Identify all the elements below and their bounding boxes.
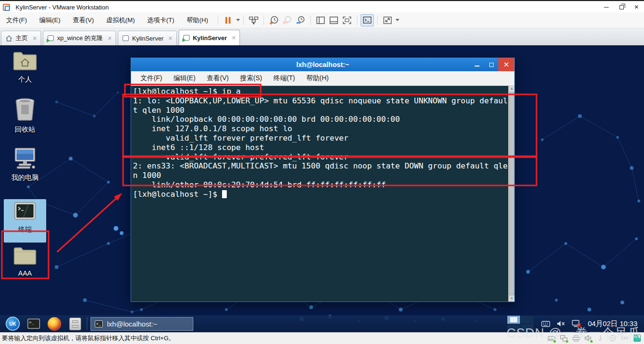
tab-kylinserver-2-active[interactable]: KylinServer ✕ xyxy=(179,30,240,45)
input-method-icon[interactable] xyxy=(541,321,550,327)
vmware-menubar: 文件(F) 编辑(E) 查看(V) 虚拟机(M) 选项卡(T) 帮助(H) xyxy=(0,12,644,28)
workspace-1-active[interactable] xyxy=(507,316,520,324)
terminal-scrollbar[interactable]: ▲ ▼ xyxy=(508,86,514,302)
menu-tabs[interactable]: 选项卡(T) xyxy=(141,12,181,28)
show-thumbnail-bar-button[interactable] xyxy=(327,14,340,26)
desktop-icon-personal[interactable]: 个人 xyxy=(0,51,50,84)
signal-device-icon[interactable] xyxy=(621,334,629,342)
stretch-dropdown-icon[interactable] xyxy=(396,19,399,21)
take-snapshot-button[interactable] xyxy=(267,14,281,26)
terminal-title: lxh@localhost:~ xyxy=(131,61,514,68)
terminal-line: inet6 ::1/128 scope host xyxy=(133,143,508,152)
terminal-minimize-button[interactable] xyxy=(470,58,484,71)
toolbar-separator xyxy=(310,16,311,25)
trash-icon xyxy=(14,98,36,121)
terminal-maximize-button[interactable] xyxy=(484,58,498,71)
taskbar-task-terminal[interactable]: >_ lxh@localhost:~ xyxy=(91,317,193,331)
network-adapter-device-icon[interactable] xyxy=(560,334,568,342)
device-connected-dot xyxy=(565,340,569,343)
terminal-cursor xyxy=(222,190,227,198)
home-folder-icon xyxy=(13,51,37,71)
terminal-line: 1: lo: <LOOPBACK,UP,LOWER_UP> mtu 65536 … xyxy=(133,96,508,106)
menu-vm[interactable]: 虚拟机(M) xyxy=(100,12,141,28)
close-button[interactable]: ✕ xyxy=(629,2,644,12)
terminal-menu-edit[interactable]: 编辑(E) xyxy=(168,74,201,83)
terminal-titlebar[interactable]: lxh@localhost:~ ✕ xyxy=(131,58,514,71)
tab-close-icon[interactable]: ✕ xyxy=(168,36,173,41)
console-view-button[interactable] xyxy=(361,14,374,26)
printer-device-icon[interactable] xyxy=(572,334,580,342)
toolbar-separator xyxy=(377,16,378,25)
workspace-4[interactable] xyxy=(520,324,534,332)
terminal-menu-view[interactable]: 查看(V) xyxy=(201,74,235,83)
vmware-workstation-window: KylinServer - VMware Workstation ✕ 文件(F)… xyxy=(0,0,644,344)
vmware-logo-icon xyxy=(3,4,10,11)
file-manager-icon xyxy=(69,318,81,330)
terminal-output[interactable]: [lxh@localhost ~]$ ip a 1: lo: <LOOPBACK… xyxy=(131,86,508,302)
computer-icon xyxy=(12,147,38,169)
tab-home[interactable]: 主页 ✕ xyxy=(1,31,41,45)
show-library-button[interactable] xyxy=(314,14,327,26)
stretch-guest-button[interactable] xyxy=(381,14,394,26)
folder-icon xyxy=(13,246,37,265)
terminal-menu-file[interactable]: 文件(F) xyxy=(135,74,168,83)
tab-kylinserver-1[interactable]: KylinServer ✕ xyxy=(118,31,177,45)
terminal-line: inet 127.0.0.1/8 scope host lo xyxy=(133,124,508,134)
vmware-tools-icon[interactable] xyxy=(633,334,641,342)
workspace-2[interactable] xyxy=(520,316,534,324)
firefox-icon xyxy=(48,317,61,331)
scroll-up-icon[interactable]: ▲ xyxy=(509,86,515,92)
terminal-menu-terminal[interactable]: 终端(T) xyxy=(268,74,301,83)
scrollbar-thumb[interactable] xyxy=(509,92,514,295)
tab-label: KylinServer xyxy=(132,35,163,42)
vm-running-icon xyxy=(183,35,190,41)
taskbar-clock[interactable]: 04月02日 10:33 xyxy=(588,319,637,328)
restore-button[interactable] xyxy=(614,2,629,12)
vm-tab-bar: 主页 ✕ xp_wince 的克隆 ✕ KylinServer ✕ KylinS… xyxy=(0,28,644,45)
tab-close-icon[interactable]: ✕ xyxy=(107,36,112,41)
volume-muted-icon[interactable] xyxy=(557,320,565,327)
terminal-icon: >_ xyxy=(95,320,103,327)
terminal-window: lxh@localhost:~ ✕ 文件(F) 编辑(E) 查看(V) 搜索(S… xyxy=(131,58,515,302)
scroll-down-icon[interactable]: ▼ xyxy=(509,296,515,302)
terminal-prompt: [lxh@localhost ~]$ xyxy=(133,190,222,199)
cdrom-device-icon[interactable] xyxy=(609,334,617,342)
network-offline-icon[interactable] xyxy=(572,320,581,327)
desktop-icon-label: 个人 xyxy=(0,75,50,84)
menu-help[interactable]: 帮助(H) xyxy=(181,12,215,28)
full-screen-button[interactable] xyxy=(340,14,354,26)
ukui-menu-button[interactable]: UK xyxy=(5,316,21,332)
terminal-icon xyxy=(14,202,36,221)
tab-close-icon[interactable]: ✕ xyxy=(231,35,236,41)
taskbar-separator xyxy=(87,318,88,330)
desktop-icon-terminal[interactable]: 终端 xyxy=(0,202,50,234)
usb-device-icon[interactable] xyxy=(596,334,604,342)
snapshot-manager-button[interactable] xyxy=(294,14,307,26)
desktop-icon-recycle-bin[interactable]: 回收站 xyxy=(0,98,50,134)
menu-view[interactable]: 查看(V) xyxy=(66,12,100,28)
pause-vm-button[interactable] xyxy=(222,14,235,26)
sound-device-icon[interactable] xyxy=(584,334,592,342)
desktop-icon-aaa-folder[interactable]: AAA xyxy=(0,246,50,277)
desktop-icon-my-computer[interactable]: 我的电脑 xyxy=(0,147,50,182)
pause-dropdown-icon[interactable] xyxy=(236,19,240,21)
terminal-menu-help[interactable]: 帮助(H) xyxy=(301,74,334,83)
workspace-switcher[interactable] xyxy=(507,315,534,332)
minimize-button[interactable] xyxy=(599,2,614,12)
menu-file[interactable]: 文件(F) xyxy=(0,12,33,28)
menu-edit[interactable]: 编辑(E) xyxy=(33,12,66,28)
tab-close-icon[interactable]: ✕ xyxy=(33,36,37,41)
workspace-3[interactable] xyxy=(507,324,520,332)
vmware-titlebar: KylinServer - VMware Workstation ✕ xyxy=(0,2,644,12)
taskbar-firefox-launcher[interactable] xyxy=(46,316,62,332)
task-button-label: lxh@localhost:~ xyxy=(107,320,157,328)
floppy-device-icon[interactable] xyxy=(547,334,555,342)
terminal-menu-search[interactable]: 搜索(S) xyxy=(234,74,268,83)
terminal-close-button[interactable]: ✕ xyxy=(498,58,514,71)
revert-snapshot-button[interactable] xyxy=(281,14,294,26)
send-ctrl-alt-del-button[interactable] xyxy=(247,14,260,26)
tab-xp-wince-clone[interactable]: xp_wince 的克隆 ✕ xyxy=(43,31,116,45)
terminal-line: t qlen 1000 xyxy=(133,106,508,115)
taskbar-file-manager-launcher[interactable] xyxy=(67,316,83,332)
taskbar-terminal-launcher[interactable]: >_ xyxy=(25,316,41,332)
